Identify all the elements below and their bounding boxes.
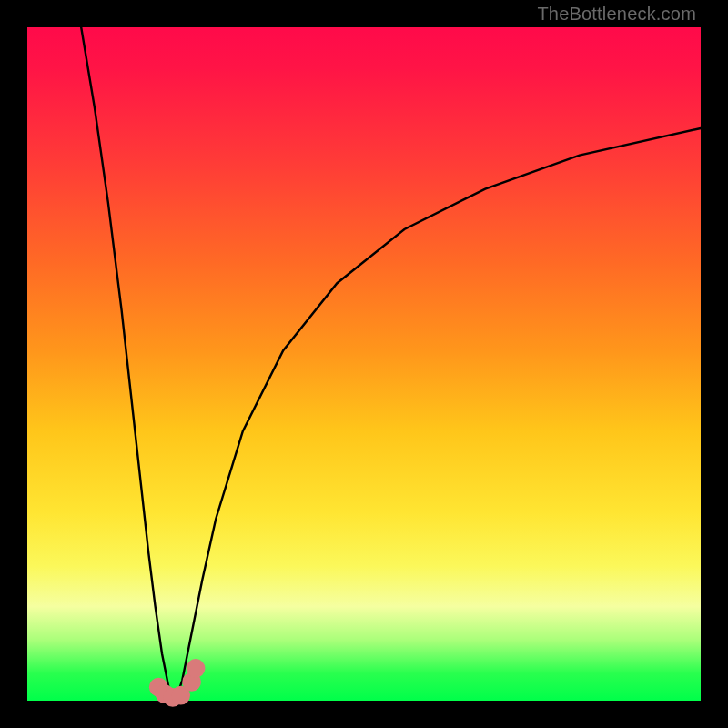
curve-right — [176, 128, 701, 701]
data-markers — [149, 659, 206, 707]
frame: TheBottleneck.com — [0, 0, 728, 728]
marker-dot — [187, 659, 206, 678]
watermark-text: TheBottleneck.com — [537, 4, 696, 25]
curve-left — [81, 27, 176, 701]
plot-area — [27, 27, 701, 701]
curves-svg — [27, 27, 701, 701]
